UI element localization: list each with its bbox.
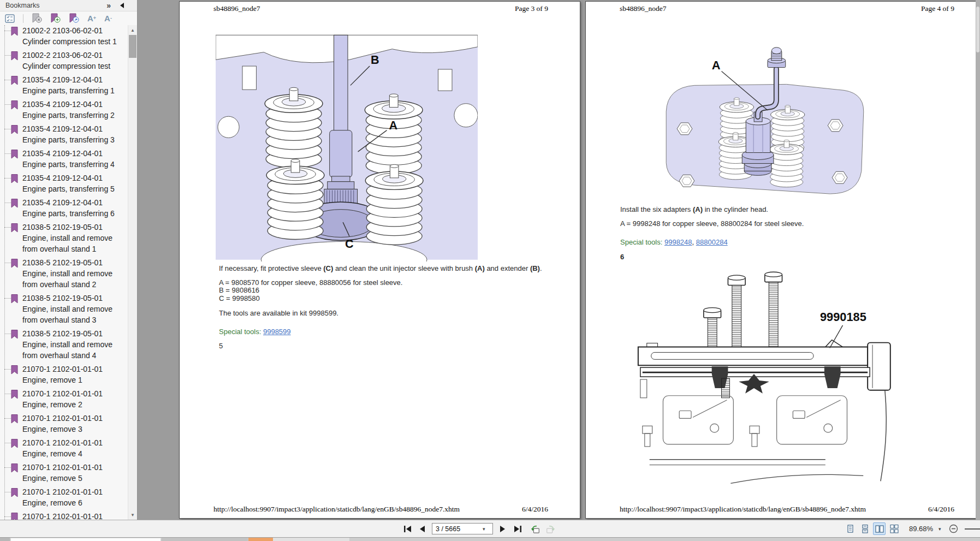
- page4-step-number: 6: [620, 253, 958, 261]
- page3-page-label: Page 3 of 9: [515, 4, 548, 13]
- document-scrollbar[interactable]: [976, 0, 980, 520]
- bookmark-title: Engine, install and remove from overhaul…: [22, 268, 125, 290]
- page4-page-label: Page 4 of 9: [921, 4, 954, 13]
- bookmark-icon: [11, 173, 19, 186]
- bookmark-icon: [11, 293, 19, 306]
- page3-step-number: 5: [219, 342, 551, 350]
- two-page-view-button[interactable]: [873, 522, 886, 535]
- add-bookmark-icon[interactable]: [50, 13, 61, 23]
- page-number-input[interactable]: [432, 524, 483, 533]
- bookmark-item[interactable]: 21038-5 2102-19-05-01 Engine, install an…: [11, 257, 128, 290]
- bookmark-item[interactable]: 21070-1 2102-01-01-01 Engine, remove 3: [11, 413, 128, 435]
- delete-bookmark-icon[interactable]: [32, 13, 42, 23]
- bookmark-item[interactable]: 21038-5 2102-19-05-01 Engine, install an…: [11, 328, 128, 361]
- scroll-up-icon[interactable]: ▲: [128, 26, 137, 34]
- next-view-button[interactable]: [545, 524, 555, 534]
- panel-expand-icon[interactable]: »: [106, 0, 111, 11]
- special-tool-link[interactable]: 88800284: [696, 238, 728, 246]
- bookmark-icon: [11, 257, 19, 270]
- bookmark-item[interactable]: 21070-1 2102-01-01-01 Engine, remove 4: [11, 437, 128, 459]
- bookmark-title: Engine, remove 4: [22, 448, 125, 459]
- bookmark-title: Engine parts, transferring 4: [22, 159, 125, 170]
- bookmark-title: Engine parts, transferring 6: [22, 208, 125, 219]
- page4-footer: http://localhost:9907/impact3/applicatio…: [620, 505, 954, 514]
- bookmark-icon: [11, 222, 19, 235]
- scroll-down-icon[interactable]: ▼: [128, 510, 137, 519]
- two-page-continuous-view-button[interactable]: [888, 522, 900, 535]
- bookmark-item[interactable]: 21038-5 2102-19-05-01 Engine, install an…: [11, 222, 128, 254]
- tool-line: A = 9998248 for copper sleeve, 88800284 …: [620, 220, 958, 228]
- previous-page-button[interactable]: [417, 524, 427, 534]
- zoom-dropdown-caret-icon[interactable]: ▾: [939, 526, 941, 532]
- view-controls: 89.68% ▾: [844, 520, 980, 537]
- taskbar-search-box[interactable]: [10, 538, 161, 541]
- bookmark-icon: [11, 388, 19, 401]
- page-dropdown-caret-icon[interactable]: ▾: [483, 526, 485, 532]
- taskbar-segment: [162, 538, 248, 541]
- taskbar-segment: [350, 538, 980, 541]
- bookmark-item[interactable]: 21035-4 2109-12-04-01 Engine parts, tran…: [11, 99, 128, 121]
- toolbar-divider: [23, 14, 23, 23]
- page3-body: If necessary, fit protective sleeve (C) …: [219, 265, 551, 350]
- document-scrollbar-thumb[interactable]: [976, 7, 979, 52]
- bookmark-item[interactable]: 21070-1 2102-01-01-01 Engine, remove 2: [11, 388, 128, 410]
- sidebar-scrollbar[interactable]: ▲ ▼: [128, 25, 137, 520]
- figure-injector-sleeve-cleaning: B A C: [216, 33, 478, 264]
- bookmark-list: 21002-2 2103-06-02-01 Cylinder compressi…: [0, 25, 128, 520]
- figure-label-a: A: [712, 58, 721, 72]
- bookmark-item[interactable]: 21035-4 2109-12-04-01 Engine parts, tran…: [11, 148, 128, 170]
- figure-label-b: B: [371, 53, 379, 67]
- page4-doc-name: sb48896_node7: [620, 4, 667, 13]
- options-icon[interactable]: [5, 14, 15, 23]
- bookmark-item[interactable]: 21038-5 2102-19-05-01 Engine, install an…: [11, 293, 128, 325]
- page3-tool-lines: A = 9808570 for copper sleeve, 88880056 …: [219, 279, 551, 303]
- page4-header: sb48896_node7 Page 4 of 9: [620, 4, 954, 13]
- locate-bookmark-icon[interactable]: [69, 13, 79, 23]
- continuous-view-button[interactable]: [858, 522, 871, 535]
- sidebar-scrollbar-thumb[interactable]: [129, 35, 136, 58]
- bookmark-item[interactable]: 21035-4 2109-12-04-01 Engine parts, tran…: [11, 123, 128, 145]
- figure-label-c: C: [345, 237, 354, 251]
- first-page-button[interactable]: [402, 524, 412, 534]
- bookmark-code: 21070-1 2102-01-01-01: [22, 486, 125, 497]
- bookmark-item[interactable]: 21035-4 2109-12-04-01 Engine parts, tran…: [11, 173, 128, 194]
- bookmark-item[interactable]: 21070-1 2102-01-01-01 Engine, remove 7: [11, 511, 128, 520]
- taskbar-start-segment[interactable]: [0, 538, 10, 541]
- previous-view-button[interactable]: [531, 524, 541, 534]
- bookmark-item[interactable]: 21035-4 2109-12-04-01 Engine parts, tran…: [11, 74, 128, 96]
- special-tool-link[interactable]: 9998248: [664, 238, 692, 246]
- bookmark-item[interactable]: 21002-2 2103-06-02-01 Cylinder compressi…: [11, 50, 128, 72]
- next-page-button[interactable]: [498, 524, 508, 534]
- increase-text-icon[interactable]: A+: [87, 14, 96, 22]
- taskbar-active-app[interactable]: [248, 538, 273, 541]
- bookmark-code: 21070-1 2102-01-01-01: [22, 437, 125, 448]
- zoom-slider[interactable]: [965, 528, 980, 530]
- bookmark-code: 21038-5 2102-19-05-01: [22, 222, 125, 233]
- bookmark-title: Engine parts, transferring 2: [22, 110, 125, 121]
- bookmark-icon: [11, 328, 19, 341]
- special-tool-link[interactable]: 9998599: [263, 328, 291, 336]
- decrease-text-icon[interactable]: A-: [104, 14, 112, 22]
- zoom-out-button[interactable]: [949, 524, 958, 533]
- bookmark-title: Engine, remove 2: [22, 399, 125, 410]
- last-page-button[interactable]: [513, 524, 522, 534]
- page3-footer-url: http://localhost:9907/impact3/applicatio…: [213, 505, 460, 514]
- zoom-level-label: 89.68%: [909, 525, 933, 533]
- tool-line: C = 9998580: [219, 295, 551, 303]
- bookmark-item[interactable]: 21070-1 2102-01-01-01 Engine, remove 1: [11, 364, 128, 385]
- panel-collapse-icon[interactable]: [117, 3, 124, 8]
- page3-special-tools: Special tools: 9998599: [219, 328, 551, 336]
- bookmark-icon: [11, 50, 19, 63]
- bookmark-title: Engine, install and remove from overhaul…: [22, 339, 125, 361]
- bookmark-title: Engine, remove 3: [22, 424, 125, 435]
- bookmark-item[interactable]: 21035-4 2109-12-04-01 Engine parts, tran…: [11, 197, 128, 219]
- page4-body: Install the six adapters (A) in the cyli…: [620, 206, 958, 261]
- single-page-view-button[interactable]: [844, 522, 856, 535]
- bookmark-item[interactable]: 21002-2 2103-06-02-01 Cylinder compressi…: [11, 25, 128, 47]
- bookmark-code: 21070-1 2102-01-01-01: [22, 511, 125, 520]
- bookmark-item[interactable]: 21070-1 2102-01-01-01 Engine, remove 6: [11, 486, 128, 508]
- bookmark-title: Cylinder compression test: [22, 61, 125, 72]
- page3-header: sb48896_node7 Page 3 of 9: [213, 4, 548, 13]
- bookmark-icon: [11, 462, 19, 475]
- bookmark-item[interactable]: 21070-1 2102-01-01-01 Engine, remove 5: [11, 462, 128, 484]
